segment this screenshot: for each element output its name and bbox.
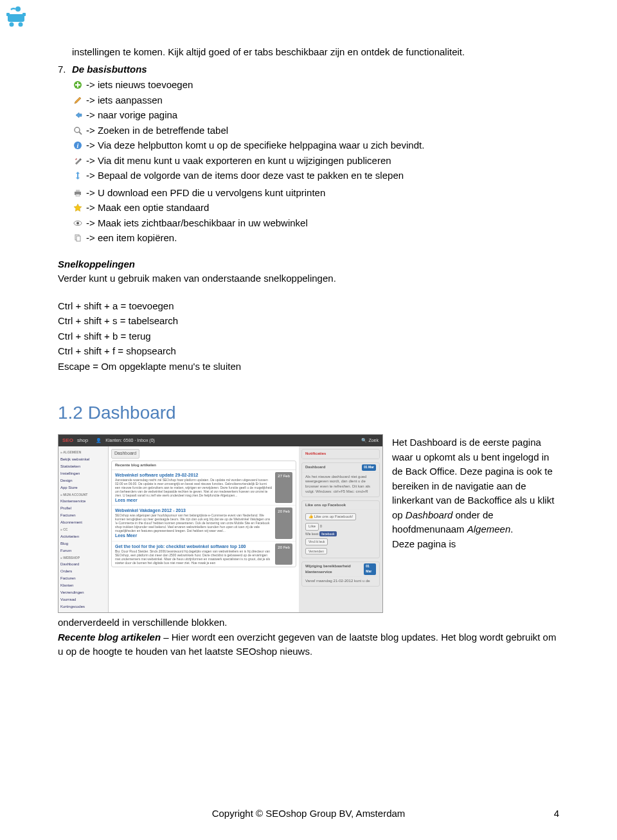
icon-row-text: -> Maak iets zichtbaar/beschikbaar in uw… <box>86 216 559 231</box>
icon-row-text: -> Via dit menu kunt u vaak exporteren e… <box>86 154 559 169</box>
svg-line-8 <box>79 132 82 134</box>
corner-logo <box>4 5 30 32</box>
page-number: 4 <box>554 807 559 821</box>
printer-icon <box>72 188 84 198</box>
page-body: instellingen te komen. Kijk altijd goed … <box>0 0 617 698</box>
icon-row-copy: -> een item kopiëren. <box>72 231 559 246</box>
dashboard-screenshot: SEOshop 👤 Klanten: 6580 · Inbox (0) 🔍 Zo… <box>58 434 383 613</box>
icon-row-text: -> U download een PFD die u vervolgens k… <box>86 186 559 201</box>
snelkoppelingen-heading: Snelkoppelingen <box>58 257 559 272</box>
icon-row-text: -> een item kopiëren. <box>86 231 559 246</box>
item-title: De basisbuttons <box>72 62 559 77</box>
icon-row-help: i -> Via deze helpbutton komt u op de sp… <box>72 138 559 153</box>
page-footer: Copyright © SEOshop Group BV, Amsterdam <box>0 807 617 821</box>
shortcut-line: Ctrl + shift + b = terug <box>58 329 559 344</box>
svg-rect-1 <box>8 14 24 22</box>
db-sidebar: » ALGEMEEN Bekijk webwinkel Statistieken… <box>58 446 109 613</box>
text: . <box>510 524 513 534</box>
icon-row-back: -> naar vorige pagina <box>72 108 559 123</box>
svg-point-5 <box>19 23 23 27</box>
svg-text:i: i <box>77 142 79 149</box>
text-italic: Algemeen <box>467 524 511 534</box>
svg-rect-3 <box>22 13 26 16</box>
icon-row-search: -> Zoeken in de betreffende tabel <box>72 123 559 138</box>
reorder-icon <box>72 170 84 181</box>
svg-rect-12 <box>76 190 80 192</box>
text-italic: Dashboard <box>406 509 452 520</box>
item-number: 7. <box>58 62 72 77</box>
db-right-column: Notificaties Dashboard01 Mar Als het nie… <box>299 446 382 613</box>
db-breadcrumb: Dashboard <box>111 449 139 459</box>
icon-row-tools: -> Via dit menu kunt u vaak exporteren e… <box>72 154 559 169</box>
text: onderverdeeld in verschillende blokken. <box>58 616 559 630</box>
star-icon <box>72 203 84 213</box>
icon-row-text: -> iets nieuws toevoegen <box>86 78 559 93</box>
text: Het Dashboard is de eerste pagina waar u… <box>392 437 554 520</box>
info-icon: i <box>72 140 84 151</box>
icon-row-text: -> Via deze helpbutton komt u op de spec… <box>86 138 559 153</box>
shortcut-line: Ctrl + shift + f = shopsearch <box>58 344 559 359</box>
icon-row-edit: -> iets aanpassen <box>72 93 559 108</box>
icon-row-add: -> iets nieuws toevoegen <box>72 78 559 93</box>
dashboard-section: SEOshop 👤 Klanten: 6580 · Inbox (0) 🔍 Zo… <box>58 434 559 659</box>
list-item-7: 7. De basisbuttons <box>58 62 559 77</box>
svg-point-0 <box>15 6 21 12</box>
copy-icon <box>72 233 84 243</box>
icon-row-text: -> Maak een optie standaard <box>86 201 559 215</box>
icon-row-text: -> Bepaal de volgorde van de items door … <box>86 169 559 183</box>
text: Deze pagina is <box>392 537 559 552</box>
text-bold-italic: Recente blog artikelen <box>58 632 161 643</box>
shortcut-line: Ctrl + shift + a = toevoegen <box>58 299 559 314</box>
svg-point-4 <box>10 23 14 27</box>
search-icon <box>72 125 84 136</box>
icon-row-print: -> U download een PFD die u vervolgens k… <box>72 186 559 201</box>
snelkoppelingen-intro: Verder kunt u gebruik maken van ondersta… <box>58 271 559 286</box>
section-heading: 1.2 Dashboard <box>58 399 559 426</box>
icon-row-text: -> Zoeken in de betreffende tabel <box>86 123 559 138</box>
pencil-icon <box>72 95 84 105</box>
icon-row-star: -> Maak een optie standaard <box>72 201 559 215</box>
dashboard-continued: onderverdeeld in verschillende blokken. … <box>58 616 559 659</box>
icon-row-eye: -> Maak iets zichtbaar/beschikbaar in uw… <box>72 216 559 231</box>
db-topbar-user: Klanten: 6580 · Inbox (0) <box>105 437 155 444</box>
shortcut-line: Escape = Om opgeklapte menu's te sluiten <box>58 360 559 374</box>
eye-icon <box>72 218 84 228</box>
icon-row-text: -> naar vorige pagina <box>86 108 559 123</box>
dashboard-text-right: Het Dashboard is de eerste pagina waar u… <box>392 434 559 551</box>
tools-icon <box>72 156 84 166</box>
icon-row-reorder: -> Bepaal de volgorde van de items door … <box>72 169 559 183</box>
plus-icon <box>72 80 84 90</box>
svg-rect-13 <box>76 194 80 196</box>
svg-point-7 <box>75 127 80 132</box>
shortcut-line: Ctrl + shift + s = tabelsearch <box>58 314 559 329</box>
icon-row-text: -> iets aanpassen <box>86 93 559 108</box>
svg-rect-17 <box>76 236 80 241</box>
intro-paragraph: instellingen te komen. Kijk altijd goed … <box>72 45 559 60</box>
svg-point-15 <box>76 222 79 224</box>
db-main: Dashboard Recente blog artikelen Webwink… <box>109 446 299 613</box>
back-arrow-icon <box>72 110 84 120</box>
svg-rect-2 <box>6 13 10 16</box>
